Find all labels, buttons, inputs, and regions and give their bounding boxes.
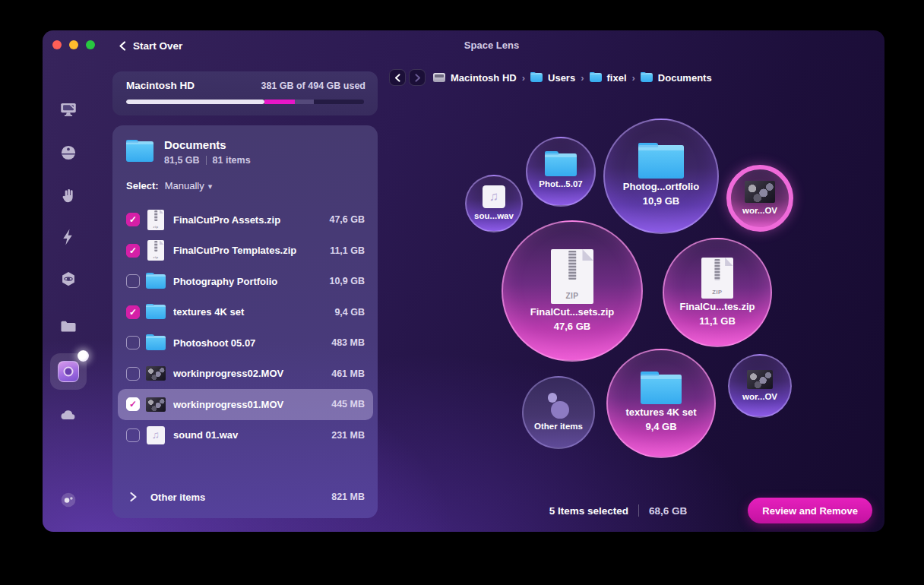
divider bbox=[638, 504, 639, 517]
bubble-size: 10,9 GB bbox=[643, 195, 679, 207]
other-items-size: 821 MB bbox=[331, 492, 365, 502]
breadcrumb-separator: › bbox=[522, 72, 525, 84]
breadcrumb-segment-users[interactable]: Users bbox=[530, 72, 575, 84]
file-size: 9,4 GB bbox=[334, 307, 365, 318]
folder-icon bbox=[638, 145, 684, 178]
breadcrumb-segment-macintosh-hd[interactable]: Macintosh HD bbox=[433, 72, 517, 84]
bubble-finalcutpro-assets-zip[interactable]: ZIPFinalCut...sets.zip47,6 GB bbox=[502, 220, 643, 362]
back-button[interactable] bbox=[389, 69, 406, 86]
audio-file-icon: ♫ bbox=[147, 426, 165, 444]
file-name: sound 01.wav bbox=[173, 429, 331, 441]
file-name: FinalCutPro Assets.zip bbox=[173, 214, 329, 226]
zoom-window-button[interactable] bbox=[86, 40, 95, 49]
checkbox-checked[interactable]: ✓ bbox=[126, 397, 140, 411]
breadcrumb-label: Macintosh HD bbox=[451, 72, 517, 84]
sidebar-item-monitor[interactable] bbox=[50, 91, 87, 128]
disk-card-macintosh-hd[interactable]: Macintosh HD 381 GB of 494 GB used bbox=[112, 71, 378, 115]
file-name: Photoshoot 05.07 bbox=[173, 337, 331, 349]
orb-icon bbox=[59, 143, 78, 163]
bubble-photography-portfolio[interactable]: Photog...ortfolio10,9 GB bbox=[603, 119, 719, 234]
zip-file-icon: ZIP bbox=[551, 249, 593, 304]
checkbox-checked[interactable]: ✓ bbox=[126, 305, 140, 319]
close-window-button[interactable] bbox=[52, 40, 62, 49]
video-thumbnail-icon bbox=[146, 366, 166, 381]
other-items-label: Other items bbox=[150, 492, 331, 503]
file-row[interactable]: Photoshoot 05.07483 MB bbox=[118, 327, 373, 359]
file-row[interactable]: ✓workinprogress01.MOV445 MB bbox=[118, 389, 373, 420]
hexagon-apps-icon bbox=[59, 270, 78, 289]
checkbox-unchecked[interactable] bbox=[126, 336, 140, 349]
chevron-left-icon bbox=[119, 41, 127, 51]
progress-used-segment bbox=[126, 100, 264, 104]
sidebar-item-assistant[interactable] bbox=[50, 482, 87, 518]
bolt-icon bbox=[59, 227, 78, 247]
bubble-photoshoot-05-07[interactable]: Phot...5.07 bbox=[526, 137, 596, 207]
disk-name: Macintosh HD bbox=[126, 80, 195, 91]
start-over-label: Start Over bbox=[133, 40, 182, 52]
folder-icon bbox=[641, 375, 682, 404]
folder-icon bbox=[59, 317, 78, 337]
disk-usage-progressbar bbox=[126, 100, 364, 104]
hard-drive-icon bbox=[433, 73, 445, 82]
sidebar-item-apps[interactable] bbox=[50, 261, 87, 298]
sidebar-item-bolt[interactable] bbox=[50, 219, 87, 255]
sidebar-item-files[interactable] bbox=[50, 308, 87, 345]
file-size: 483 MB bbox=[331, 337, 365, 348]
sidebar-item-space-lens[interactable] bbox=[50, 353, 87, 390]
progress-selected-segment bbox=[264, 100, 296, 104]
bubble-size: 9,4 GB bbox=[645, 421, 676, 433]
file-name: Photography Portfolio bbox=[173, 276, 329, 287]
documents-title: Documents bbox=[164, 138, 251, 151]
folder-icon bbox=[545, 153, 577, 176]
sidebar-item-orb[interactable] bbox=[50, 134, 87, 171]
checkbox-unchecked[interactable] bbox=[126, 274, 140, 288]
documents-items-count: 81 items bbox=[213, 155, 251, 166]
file-row[interactable]: workinprogress02.MOV461 MB bbox=[118, 359, 373, 390]
other-items-row[interactable]: Other items 821 MB bbox=[118, 482, 373, 512]
file-row[interactable]: ✓zipFinalCutPro Templates.zip11,1 GB bbox=[118, 236, 373, 267]
file-row[interactable]: ♫sound 01.wav231 MB bbox=[118, 420, 373, 451]
video-thumbnail-icon bbox=[146, 397, 166, 412]
sidebar-item-cloud[interactable] bbox=[50, 397, 87, 433]
bubble-finalcutpro-templates-zip[interactable]: ZIPFinalCu...tes.zip11,1 GB bbox=[663, 238, 772, 347]
checkbox-unchecked[interactable] bbox=[126, 428, 140, 442]
file-row[interactable]: Photography Portfolio10,9 GB bbox=[118, 266, 373, 297]
camera-lens-icon bbox=[58, 361, 79, 382]
checkbox-unchecked[interactable] bbox=[126, 367, 140, 381]
file-list: ✓zipFinalCutPro Assets.zip47,6 GB✓zipFin… bbox=[118, 204, 373, 451]
checkbox-checked[interactable]: ✓ bbox=[126, 213, 140, 226]
file-row[interactable]: ✓textures 4K set9,4 GB bbox=[118, 297, 373, 328]
file-name: workinprogress02.MOV bbox=[173, 368, 331, 379]
bubble-label: FinalCut...sets.zip bbox=[530, 306, 615, 318]
file-name: textures 4K set bbox=[173, 306, 334, 318]
chevron-right-icon bbox=[128, 492, 138, 502]
bubble-textures-4k-set[interactable]: textures 4K set9,4 GB bbox=[606, 349, 716, 458]
zip-file-icon: zip bbox=[147, 210, 163, 230]
bubble-label: wor...OV bbox=[742, 391, 777, 402]
zip-badge-label: zip bbox=[153, 225, 158, 229]
zip-badge-label: ZIP bbox=[712, 289, 722, 296]
bubble-size: 11,1 GB bbox=[699, 315, 736, 327]
review-and-remove-button[interactable]: Review and Remove bbox=[748, 498, 872, 523]
audio-file-icon: ♫ bbox=[483, 185, 505, 208]
bubble-workinprogress01-mov[interactable]: wor...OV bbox=[726, 165, 793, 232]
file-row[interactable]: ✓zipFinalCutPro Assets.zip47,6 GB bbox=[118, 204, 373, 236]
documents-panel: Documents 81,5 GB 81 items Select: Manua… bbox=[112, 125, 378, 518]
bubble-label: wor...OV bbox=[742, 205, 777, 216]
folder-icon bbox=[590, 73, 602, 82]
file-size: 445 MB bbox=[331, 399, 365, 410]
folder-icon bbox=[146, 336, 166, 350]
checkbox-checked[interactable]: ✓ bbox=[126, 244, 140, 258]
select-mode-dropdown[interactable]: Select: Manually ▾ bbox=[126, 180, 212, 191]
bubble-label: textures 4K set bbox=[625, 406, 696, 419]
start-over-button[interactable]: Start Over bbox=[119, 38, 182, 53]
bubble-sound-01-wav[interactable]: ♫sou...wav bbox=[465, 175, 523, 232]
breadcrumb-segment-fixel[interactable]: fixel bbox=[590, 72, 627, 84]
minimize-window-button[interactable] bbox=[69, 40, 78, 49]
bubble-workinprogress02-mov[interactable]: wor...OV bbox=[728, 354, 792, 418]
sidebar-item-hand[interactable] bbox=[50, 178, 87, 214]
forward-button[interactable] bbox=[409, 69, 426, 86]
bubble-other-items[interactable]: Other items bbox=[522, 376, 595, 449]
breadcrumb-segment-documents[interactable]: Documents bbox=[641, 72, 712, 84]
monitor-icon bbox=[59, 100, 78, 119]
